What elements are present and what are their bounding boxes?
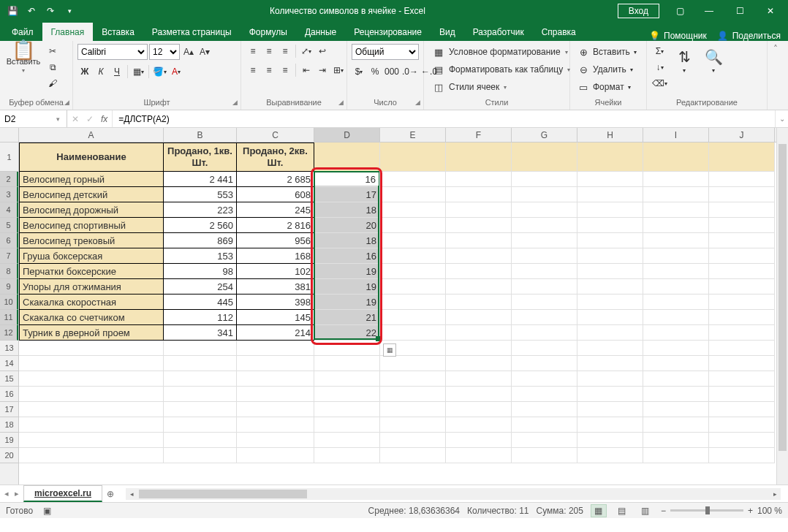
cell[interactable] — [314, 387, 380, 402]
align-middle-button[interactable]: ≡ — [262, 44, 276, 58]
row-header-2[interactable]: 2 — [0, 172, 18, 187]
cell[interactable] — [446, 371, 512, 387]
cell[interactable] — [709, 310, 775, 325]
cell[interactable] — [164, 356, 237, 371]
column-header-D[interactable]: D — [314, 128, 380, 142]
cell[interactable] — [709, 448, 775, 463]
collapse-ribbon-button[interactable]: ˄ — [768, 41, 784, 110]
cell[interactable] — [512, 402, 577, 417]
sort-filter-button[interactable]: ⇅▾ — [671, 48, 697, 74]
cell[interactable] — [446, 294, 512, 310]
align-left-button[interactable]: ≡ — [246, 63, 260, 77]
cell[interactable] — [380, 218, 446, 233]
cell[interactable] — [643, 218, 709, 233]
cell[interactable] — [512, 218, 577, 233]
cell[interactable]: 2 441 — [164, 172, 237, 187]
column-header-B[interactable]: B — [164, 128, 237, 142]
header-cell[interactable]: Продано, 2кв. Шт. — [237, 142, 314, 172]
cell[interactable] — [446, 218, 512, 233]
paste-button[interactable]: 📋 Вставить ▾ — [4, 44, 42, 74]
cell[interactable] — [380, 202, 446, 218]
cell[interactable] — [643, 264, 709, 279]
cell[interactable] — [577, 402, 643, 417]
tab-review[interactable]: Рецензирование — [345, 23, 431, 41]
cell[interactable] — [314, 341, 380, 356]
cell[interactable] — [577, 356, 643, 371]
cell[interactable] — [709, 356, 775, 371]
cell[interactable] — [577, 371, 643, 387]
merge-button[interactable]: ⊞▾ — [331, 63, 346, 77]
cell[interactable] — [314, 371, 380, 387]
cell[interactable] — [512, 172, 577, 187]
cell[interactable] — [512, 264, 577, 279]
column-header-C[interactable]: C — [237, 128, 314, 142]
cell[interactable]: 869 — [164, 233, 237, 248]
cell[interactable] — [577, 202, 643, 218]
cell[interactable] — [380, 310, 446, 325]
cell[interactable]: 2 816 — [237, 218, 314, 233]
cell[interactable] — [164, 433, 237, 448]
page-layout-view-button[interactable]: ▤ — [614, 504, 630, 517]
orientation-button[interactable]: ⤢▾ — [299, 44, 314, 58]
row-header-5[interactable]: 5 — [0, 218, 18, 233]
cell[interactable]: 153 — [164, 248, 237, 264]
tab-formulas[interactable]: Формулы — [240, 23, 296, 41]
cell[interactable] — [512, 387, 577, 402]
sheet-tab[interactable]: microexcel.ru — [23, 485, 102, 502]
cell-selected[interactable]: 19 — [314, 279, 380, 294]
cell[interactable] — [380, 356, 446, 371]
tab-home[interactable]: Главная — [42, 23, 94, 41]
cell[interactable] — [237, 387, 314, 402]
cell[interactable] — [577, 310, 643, 325]
cell[interactable] — [380, 371, 446, 387]
cell[interactable] — [709, 371, 775, 387]
cell[interactable] — [512, 202, 577, 218]
font-launcher-icon[interactable]: ◢ — [232, 99, 238, 106]
cell[interactable] — [643, 202, 709, 218]
cell-selected[interactable]: 16 — [314, 248, 380, 264]
cell[interactable] — [380, 402, 446, 417]
cell[interactable] — [380, 187, 446, 202]
cell[interactable]: Велосипед горный — [19, 172, 164, 187]
cell[interactable] — [164, 371, 237, 387]
cell[interactable] — [512, 341, 577, 356]
cell[interactable] — [380, 433, 446, 448]
autofill-options-button[interactable]: ▦ — [383, 343, 396, 357]
cell[interactable] — [577, 279, 643, 294]
cell[interactable]: Скакалка скоростная — [19, 294, 164, 310]
row-header-1[interactable]: 1 — [0, 142, 18, 172]
cell-selected[interactable]: 22 — [314, 325, 380, 341]
cell[interactable] — [709, 402, 775, 417]
cell[interactable] — [512, 325, 577, 341]
increase-font-button[interactable]: A▴ — [181, 45, 196, 59]
row-header-9[interactable]: 9 — [0, 279, 18, 294]
cell[interactable] — [709, 187, 775, 202]
row-header-16[interactable]: 16 — [0, 387, 18, 402]
cell-selected[interactable]: 21 — [314, 310, 380, 325]
font-size-select[interactable]: 12 — [149, 44, 180, 60]
tab-view[interactable]: Вид — [431, 23, 464, 41]
cell[interactable] — [19, 417, 164, 433]
cell[interactable]: 2 560 — [164, 218, 237, 233]
hscroll-left-icon[interactable]: ◂ — [126, 488, 137, 500]
cell[interactable] — [446, 310, 512, 325]
cell[interactable] — [512, 187, 577, 202]
new-sheet-button[interactable]: ⊕ — [102, 489, 118, 499]
cell[interactable]: 245 — [237, 202, 314, 218]
minimize-button[interactable]: — — [694, 1, 724, 21]
decrease-indent-button[interactable]: ⇤ — [299, 63, 314, 77]
fill-color-button[interactable]: 🪣▾ — [152, 64, 167, 79]
cell[interactable] — [446, 248, 512, 264]
cell[interactable] — [709, 433, 775, 448]
accounting-format-button[interactable]: $▾ — [352, 64, 366, 79]
cell[interactable] — [446, 142, 512, 172]
align-center-button[interactable]: ≡ — [262, 63, 276, 77]
cell[interactable] — [446, 279, 512, 294]
cell[interactable] — [643, 371, 709, 387]
cell[interactable] — [314, 433, 380, 448]
cell[interactable]: 168 — [237, 248, 314, 264]
cell[interactable] — [577, 433, 643, 448]
cell[interactable] — [512, 310, 577, 325]
column-header-G[interactable]: G — [512, 128, 577, 142]
cell[interactable]: Перчатки боксерские — [19, 264, 164, 279]
